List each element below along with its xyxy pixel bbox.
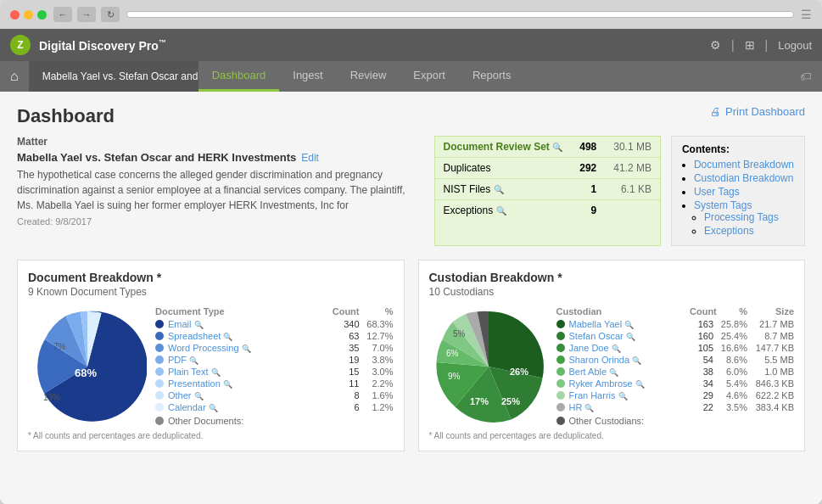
- forward-button[interactable]: →: [77, 7, 96, 22]
- custodian-breakdown-panel: Custodian Breakdown * 10 Custodians: [418, 260, 806, 451]
- main-content: Dashboard 🖨 Print Dashboard Matter Mabel…: [0, 92, 822, 504]
- svg-text:5%: 5%: [453, 329, 466, 339]
- print-dashboard-button[interactable]: 🖨 Print Dashboard: [710, 105, 805, 118]
- nav-review[interactable]: Review: [337, 61, 400, 92]
- printer-icon: 🖨: [710, 105, 721, 118]
- doc-review-count: 498: [571, 137, 605, 158]
- refresh-button[interactable]: ↻: [101, 7, 120, 22]
- home-icon[interactable]: ⌂: [0, 69, 29, 84]
- contents-custodian-breakdown[interactable]: Custodian Breakdown: [694, 172, 793, 184]
- list-item: Presentation 🔍 112.2%: [155, 378, 394, 389]
- duplicates-count: 292: [571, 158, 605, 179]
- matter-section: Matter Mabella Yael vs. Stefan Oscar and…: [17, 136, 805, 246]
- duplicates-size: 41.2 MB: [605, 158, 660, 179]
- doc-breakdown-legend: Document Type Count % Email 🔍 34068.3% S…: [155, 306, 394, 426]
- settings-icon[interactable]: ⚙: [710, 38, 721, 52]
- doc-breakdown-pie: 68% 13% 7%: [28, 307, 147, 426]
- minimize-button[interactable]: [24, 10, 33, 20]
- svg-text:13%: 13%: [43, 393, 60, 402]
- doc-breakdown-body: 68% 13% 7% Document Type Count %: [28, 306, 394, 426]
- back-button[interactable]: ←: [53, 7, 72, 22]
- duplicates-label: Duplicates: [435, 158, 572, 179]
- doc-review-size: 30.1 MB: [605, 137, 660, 158]
- list-item: Jane Doe 🔍 10516.6%147.7 KB: [556, 343, 795, 353]
- svg-text:17%: 17%: [470, 396, 489, 406]
- address-bar[interactable]: [126, 11, 794, 18]
- custodian-breakdown-subtitle: 10 Custodians: [429, 286, 795, 298]
- custodian-breakdown-legend: Custodian Count % Size Mabella Yael 🔍 16…: [556, 306, 795, 426]
- nav-reports[interactable]: Reports: [459, 61, 525, 92]
- exceptions-size: [605, 200, 660, 221]
- contents-doc-breakdown[interactable]: Document Breakdown: [694, 159, 794, 171]
- other-custodians-row: Other Custodians:: [556, 416, 795, 426]
- list-item: Calendar 🔍 61.2%: [155, 402, 394, 412]
- exceptions-count: 9: [571, 200, 605, 221]
- nav-dashboard[interactable]: Dashboard: [199, 61, 280, 92]
- edit-link[interactable]: Edit: [301, 152, 319, 164]
- list-item: Stefan Oscar 🔍 16025.4%8.7 MB: [556, 331, 795, 341]
- menu-icon[interactable]: ☰: [801, 8, 812, 21]
- matter-description: The hypothetical case concerns the alleg…: [17, 167, 421, 213]
- traffic-lights: [10, 10, 47, 20]
- matter-name: Mabella Yael vs. Stefan Oscar and HERK I…: [17, 151, 296, 164]
- list-item: HR 🔍 223.5%383.4 KB: [556, 402, 795, 412]
- doc-review-label: Document Review Set 🔍: [435, 137, 572, 158]
- list-item: Email 🔍 34068.3%: [155, 319, 394, 329]
- charts-section: Document Breakdown * 9 Known Document Ty…: [17, 260, 805, 451]
- tag-icon: 🏷: [790, 70, 822, 83]
- doc-breakdown-footnote: * All counts and percentages are dedupli…: [28, 431, 394, 440]
- svg-text:26%: 26%: [510, 367, 528, 377]
- close-button[interactable]: [10, 10, 20, 20]
- logout-button[interactable]: Logout: [778, 39, 812, 52]
- contents-system-tags[interactable]: System Tags: [694, 199, 752, 211]
- contents-user-tags[interactable]: User Tags: [694, 186, 740, 198]
- app-header: Z Digital Discovery Pro™ ⚙ | ⊞ | Logout: [0, 29, 822, 61]
- nist-label: NIST Files 🔍: [435, 179, 572, 200]
- list-item: Fran Harris 🔍 294.6%622.2 KB: [556, 390, 795, 400]
- svg-text:7%: 7%: [53, 342, 66, 351]
- matter-label: Matter: [17, 136, 421, 148]
- list-item: Sharon Orinda 🔍 548.6%5.5 MB: [556, 355, 795, 365]
- nist-count: 1: [571, 179, 605, 200]
- custodian-breakdown-body: 26% 25% 17% 9% 6% 5% Custodian Count %: [429, 306, 795, 426]
- contents-box: Contents: Document Breakdown Custodian B…: [671, 136, 805, 246]
- matter-info: Matter Mabella Yael vs. Stefan Oscar and…: [17, 136, 421, 246]
- svg-text:68%: 68%: [75, 367, 97, 379]
- nav-ingest[interactable]: Ingest: [279, 61, 336, 92]
- app-logo: Z: [10, 35, 31, 55]
- page-title: Dashboard: [17, 105, 115, 127]
- list-item: Word Processing 🔍 357.0%: [155, 343, 394, 353]
- browser-window: ← → ↻ ☰ Z Digital Discovery Pro™ ⚙ | ⊞ |…: [0, 0, 822, 504]
- created-date: Created: 9/8/2017: [17, 216, 421, 227]
- svg-text:25%: 25%: [501, 396, 520, 406]
- list-item: Mabella Yael 🔍 16325.8%21.7 MB: [556, 319, 795, 329]
- list-item: Plain Text 🔍 153.0%: [155, 367, 394, 377]
- doc-breakdown-title: Document Breakdown *: [28, 271, 394, 284]
- list-item: Ryker Ambrose 🔍 345.4%846.3 KB: [556, 378, 795, 389]
- app-title: Digital Discovery Pro™: [39, 38, 166, 53]
- custodian-breakdown-title: Custodian Breakdown *: [429, 271, 795, 284]
- list-item: Other 🔍 81.6%: [155, 390, 394, 400]
- svg-text:9%: 9%: [448, 372, 461, 381]
- contents-processing-tags[interactable]: Processing Tags: [704, 211, 779, 223]
- list-item: PDF 🔍 193.8%: [155, 355, 394, 365]
- browser-nav: ← → ↻: [53, 7, 120, 22]
- list-item: Bert Able 🔍 386.0%1.0 MB: [556, 367, 795, 377]
- nav-export[interactable]: Export: [400, 61, 459, 92]
- svg-text:6%: 6%: [446, 349, 459, 358]
- custodian-breakdown-pie: 26% 25% 17% 9% 6% 5%: [429, 307, 548, 426]
- doc-review-table: Document Review Set 🔍 498 30.1 MB Duplic…: [434, 136, 661, 246]
- contents-exceptions[interactable]: Exceptions: [704, 225, 754, 237]
- case-name: Mabella Yael vs. Stefan Oscar and...: [29, 61, 199, 92]
- exceptions-label: Exceptions 🔍: [435, 200, 572, 221]
- grid-icon[interactable]: ⊞: [745, 38, 755, 52]
- custodian-breakdown-footnote: * All counts and percentages are dedupli…: [429, 431, 795, 440]
- header-icons: ⚙ | ⊞ | Logout: [710, 38, 812, 52]
- dashboard-header: Dashboard 🖨 Print Dashboard: [17, 105, 805, 127]
- doc-breakdown-subtitle: 9 Known Document Types: [28, 286, 394, 298]
- other-documents-row: Other Documents:: [155, 416, 394, 426]
- case-bar: ⌂ Mabella Yael vs. Stefan Oscar and... D…: [0, 61, 822, 92]
- browser-chrome: ← → ↻ ☰: [0, 0, 822, 29]
- case-nav: Dashboard Ingest Review Export Reports: [199, 61, 525, 92]
- maximize-button[interactable]: [37, 10, 47, 20]
